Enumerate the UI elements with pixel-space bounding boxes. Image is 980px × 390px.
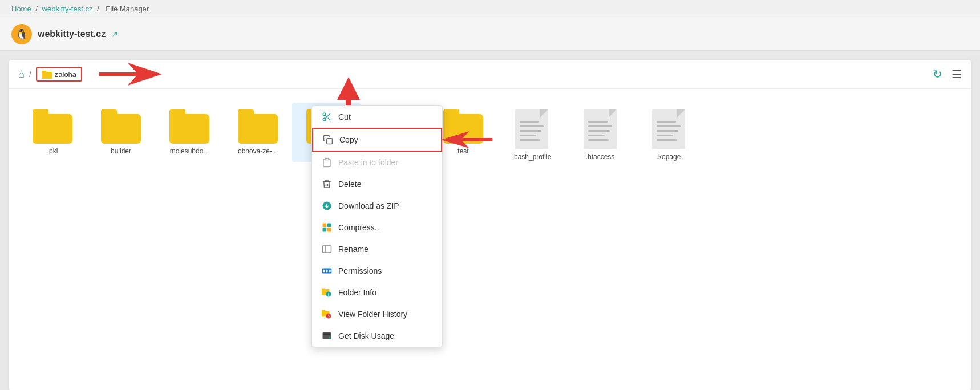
toolbar-right: ↻ ☰ xyxy=(933,67,962,81)
svg-rect-17 xyxy=(327,228,331,232)
file-label: mojesubdo... xyxy=(170,147,209,155)
context-menu: Cut Copy Paste in to folder Delete xyxy=(311,105,443,347)
domain-header: 🐧 webkitty-test.cz ↗ xyxy=(0,18,980,51)
refresh-icon[interactable]: ↻ xyxy=(933,67,942,81)
list-item[interactable]: .pki xyxy=(18,103,87,162)
download-icon xyxy=(321,200,333,212)
delete-label: Delete xyxy=(338,180,361,189)
file-label: .htaccess xyxy=(586,153,615,161)
annotation-arrow-left xyxy=(94,57,162,91)
svg-rect-1 xyxy=(42,71,46,73)
svg-rect-11 xyxy=(325,159,329,160)
breadcrumb-sep1: / xyxy=(35,5,38,13)
svg-point-33 xyxy=(329,337,330,339)
external-link-icon[interactable]: ↗ xyxy=(111,30,118,39)
svg-rect-23 xyxy=(329,270,331,273)
context-menu-cut[interactable]: Cut xyxy=(312,106,442,128)
list-item[interactable]: .kopage xyxy=(634,103,703,168)
cut-icon xyxy=(321,111,333,123)
svg-rect-16 xyxy=(323,228,327,232)
svg-rect-14 xyxy=(323,224,327,228)
paste-icon xyxy=(321,157,333,168)
svg-rect-22 xyxy=(326,270,328,273)
permissions-label: Permissions xyxy=(338,266,382,275)
folderinfo-label: Folder Info xyxy=(338,288,376,297)
folderinfo-icon: i xyxy=(321,287,333,298)
svg-text:i: i xyxy=(328,292,329,296)
svg-point-4 xyxy=(323,113,326,116)
document-icon xyxy=(652,109,685,149)
svg-point-5 xyxy=(323,118,326,121)
diskusage-label: Get Disk Usage xyxy=(338,331,394,340)
list-item[interactable]: obnova-ze-... xyxy=(224,103,292,162)
file-label: .kopage xyxy=(657,153,681,161)
context-menu-rename[interactable]: Rename xyxy=(312,238,442,260)
svg-line-7 xyxy=(328,118,330,120)
svg-rect-9 xyxy=(327,139,333,144)
history-icon xyxy=(321,308,333,320)
context-menu-permissions[interactable]: Permissions xyxy=(312,260,442,282)
breadcrumb-sep2: / xyxy=(97,5,99,13)
top-bar: Home / webkitty-test.cz / File Manager xyxy=(0,0,980,18)
context-menu-delete[interactable]: Delete xyxy=(312,173,442,195)
svg-rect-25 xyxy=(322,289,325,290)
file-label: .bash_profile xyxy=(512,153,552,161)
context-menu-compress[interactable]: Compress... xyxy=(312,217,442,238)
folder-path-label: zaloha xyxy=(55,70,76,79)
file-label: .pki xyxy=(47,147,58,155)
rename-icon xyxy=(321,243,333,255)
folder-icon xyxy=(101,109,141,144)
context-menu-history[interactable]: View Folder History xyxy=(312,303,442,325)
domain-name: webkitty-test.cz xyxy=(38,29,106,39)
breadcrumb-home[interactable]: Home xyxy=(11,5,31,13)
breadcrumb-domain[interactable]: webkitty-test.cz xyxy=(42,5,93,13)
fm-toolbar: ⌂ / zaloha ↻ ☰ xyxy=(9,60,971,89)
delete-icon xyxy=(321,178,333,190)
paste-label: Paste in to folder xyxy=(338,158,398,167)
list-item[interactable]: mojesubdo... xyxy=(155,103,224,162)
file-label: builder xyxy=(111,147,131,155)
files-grid: .pki builder mojesubdo... obnova-ze-.. xyxy=(9,89,971,181)
svg-rect-21 xyxy=(323,270,325,273)
context-menu-diskusage[interactable]: Get Disk Usage xyxy=(312,325,442,347)
svg-rect-32 xyxy=(323,334,330,335)
context-menu-paste[interactable]: Paste in to folder xyxy=(312,152,442,173)
svg-rect-29 xyxy=(322,310,325,312)
permissions-icon xyxy=(321,265,333,277)
cut-label: Cut xyxy=(338,112,351,121)
context-menu-folderinfo[interactable]: i Folder Info xyxy=(312,282,442,303)
breadcrumb-current: File Manager xyxy=(106,5,149,13)
download-label: Download as ZIP xyxy=(338,201,399,210)
list-item[interactable]: .bash_profile xyxy=(497,103,566,168)
compress-icon xyxy=(321,222,333,233)
linux-icon: 🐧 xyxy=(11,24,32,44)
context-menu-copy[interactable]: Copy xyxy=(312,128,442,152)
list-item[interactable]: builder xyxy=(87,103,155,162)
svg-line-8 xyxy=(325,115,327,117)
compress-label: Compress... xyxy=(338,223,381,232)
file-label: test xyxy=(457,147,468,155)
copy-icon xyxy=(322,134,334,145)
folder-icon xyxy=(169,109,209,144)
svg-marker-2 xyxy=(99,63,162,86)
copy-label: Copy xyxy=(339,135,358,144)
rename-label: Rename xyxy=(338,245,368,254)
history-label: View Folder History xyxy=(338,310,407,319)
diskusage-icon xyxy=(321,330,333,342)
folder-icon xyxy=(443,109,483,144)
svg-rect-18 xyxy=(323,246,331,253)
path-separator: / xyxy=(29,70,31,79)
hamburger-menu-icon[interactable]: ☰ xyxy=(951,67,962,81)
folder-path-folder-icon xyxy=(42,70,52,79)
home-icon[interactable]: ⌂ xyxy=(18,68,25,80)
document-icon xyxy=(515,109,548,149)
document-icon xyxy=(584,109,617,149)
list-item[interactable]: .htaccess xyxy=(566,103,634,168)
file-manager: ⌂ / zaloha ↻ ☰ .pki xyxy=(9,60,971,390)
folder-path-item[interactable]: zaloha xyxy=(36,67,82,82)
breadcrumb: Home / webkitty-test.cz / File Manager xyxy=(11,5,151,13)
context-menu-download[interactable]: Download as ZIP xyxy=(312,195,442,217)
folder-icon xyxy=(238,109,278,144)
folder-icon xyxy=(33,109,72,144)
file-label: obnova-ze-... xyxy=(238,147,278,155)
